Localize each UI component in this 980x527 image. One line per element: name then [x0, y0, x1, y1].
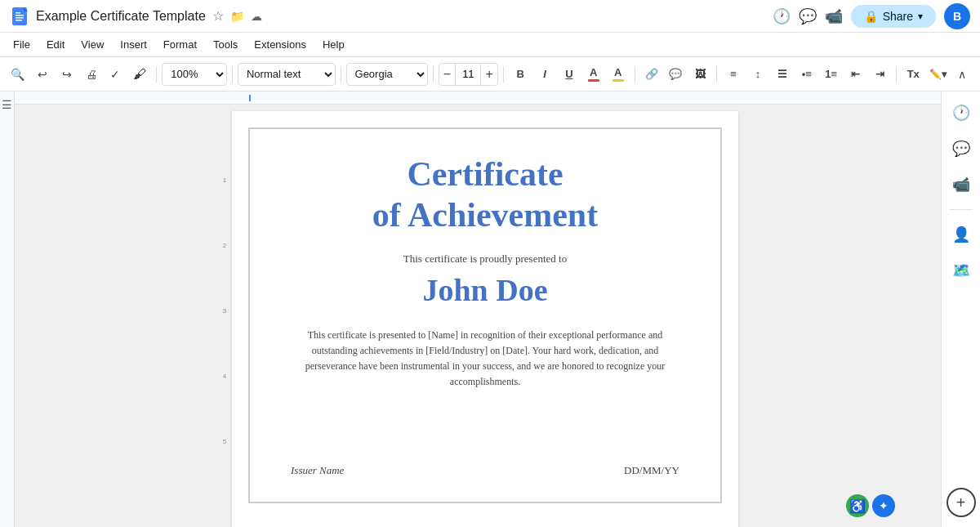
- font-size-group: − +: [439, 63, 499, 86]
- right-panel: 🕐 💬 📹 👤 🗺️ +: [941, 92, 980, 527]
- bold-button[interactable]: B: [509, 63, 532, 86]
- font-size-decrease[interactable]: −: [439, 63, 456, 86]
- history-icon[interactable]: 🕐: [773, 7, 791, 25]
- menu-insert[interactable]: Insert: [114, 37, 154, 52]
- zoom-select[interactable]: 100% 75% 125% 150%: [162, 63, 227, 86]
- avatar[interactable]: B: [944, 3, 970, 29]
- print-button[interactable]: 🖨: [80, 63, 103, 86]
- redo-button[interactable]: ↪: [56, 63, 78, 86]
- menu-edit[interactable]: Edit: [40, 37, 71, 52]
- cert-recipient-name: John Doe: [422, 272, 547, 308]
- collapse-toolbar-button[interactable]: ∧: [951, 63, 973, 86]
- svg-rect-3: [16, 17, 24, 19]
- cert-footer: Issuer Name DD/MM/YY: [283, 464, 688, 477]
- share-button[interactable]: 🔒 Share ▾: [851, 5, 936, 28]
- cloud-icon[interactable]: ☁: [251, 10, 262, 23]
- title-bar-right: 🕐 💬 📹 🔒 Share ▾ B: [773, 3, 970, 29]
- page-with-ruler: 1 2 3 4 5 Certificate of Achievement Thi…: [217, 105, 738, 527]
- ruler-1: 1: [223, 176, 226, 242]
- ruler-2: 2: [223, 242, 226, 307]
- menu-view[interactable]: View: [74, 37, 110, 52]
- editing-mode-button[interactable]: ✏️▾: [926, 63, 949, 86]
- separator-3: [341, 66, 341, 83]
- ordered-list-button[interactable]: 1≡: [820, 63, 843, 86]
- svg-rect-4: [16, 20, 22, 21]
- cert-title-line2: of Achievement: [372, 196, 598, 234]
- menu-bar: File Edit View Insert Format Tools Exten…: [0, 33, 980, 57]
- cert-date-label: DD/MM/YY: [624, 464, 679, 477]
- clear-format-button[interactable]: Tx: [902, 63, 924, 86]
- underline-button[interactable]: U: [558, 63, 581, 86]
- menu-extensions[interactable]: Extensions: [247, 37, 313, 52]
- indent-decrease-button[interactable]: ⇤: [844, 63, 867, 86]
- highlight-button[interactable]: A: [607, 63, 630, 86]
- star-icon[interactable]: ☆: [212, 8, 224, 24]
- cert-issuer-label: Issuer Name: [291, 464, 344, 477]
- right-panel-divider: [950, 209, 973, 210]
- ai-icon[interactable]: ✦: [872, 494, 895, 517]
- font-size-increase[interactable]: +: [481, 63, 497, 86]
- share-label: Share: [883, 10, 913, 23]
- document-page[interactable]: Certificate of Achievement This certific…: [232, 111, 738, 527]
- docs-icon: [10, 7, 29, 26]
- menu-tools[interactable]: Tools: [207, 37, 244, 52]
- cert-title-line1: Certificate: [407, 155, 563, 193]
- share-dropdown-icon: ▾: [918, 11, 923, 22]
- separator-8: [896, 66, 897, 83]
- title-bar: Example Certificate Template ☆ 📁 ☁ 🕐 💬 📹…: [0, 0, 980, 33]
- link-button[interactable]: 🔗: [640, 63, 663, 86]
- meet-icon[interactable]: 📹: [825, 7, 843, 25]
- bullet-list-button[interactable]: •≡: [795, 63, 818, 86]
- page-center: Certificate of Achievement This certific…: [232, 111, 738, 527]
- font-size-input[interactable]: [455, 63, 481, 86]
- spellcheck-button[interactable]: ✓: [105, 63, 127, 86]
- undo-button[interactable]: ↩: [31, 63, 54, 86]
- separator-5: [503, 66, 504, 83]
- ruler-cursor: [249, 95, 251, 101]
- ruler-5: 5: [223, 438, 226, 503]
- folder-icon[interactable]: 📁: [230, 10, 244, 23]
- search-button[interactable]: 🔍: [7, 63, 29, 86]
- svg-rect-1: [16, 12, 20, 14]
- line-spacing-button[interactable]: ↕: [746, 63, 769, 86]
- right-panel-history[interactable]: 🕐: [947, 98, 976, 127]
- indent-increase-button[interactable]: ⇥: [868, 63, 891, 86]
- bottom-right-icons: ♿ ✦: [846, 494, 895, 517]
- menu-file[interactable]: File: [7, 37, 37, 52]
- separator-7: [716, 66, 717, 83]
- font-select[interactable]: Georgia Arial Times New Roman Courier Ne…: [346, 63, 428, 86]
- color-button[interactable]: A: [582, 63, 605, 86]
- right-panel-add[interactable]: +: [947, 488, 976, 517]
- menu-format[interactable]: Format: [157, 37, 203, 52]
- right-panel-maps[interactable]: 🗺️: [947, 256, 976, 285]
- ruler-3: 3: [223, 307, 226, 373]
- paint-format-button[interactable]: 🖌: [128, 63, 151, 86]
- checklist-button[interactable]: ☰: [771, 63, 794, 86]
- menu-help[interactable]: Help: [316, 37, 351, 52]
- separator-2: [232, 66, 233, 83]
- image-button[interactable]: 🖼: [688, 63, 711, 86]
- ruler-marks: [225, 92, 731, 104]
- top-ruler: [15, 92, 941, 105]
- separator-4: [433, 66, 434, 83]
- doc-title[interactable]: Example Certificate Template: [36, 9, 206, 24]
- text-style-select[interactable]: Normal text Heading 1 Heading 2 Heading …: [238, 63, 336, 86]
- color-line: [588, 79, 599, 82]
- align-button[interactable]: ≡: [722, 63, 745, 86]
- outline-icon[interactable]: ☰: [2, 98, 12, 111]
- cert-body-text: This certificate is presented to [Name] …: [283, 328, 688, 391]
- svg-rect-2: [16, 15, 24, 16]
- right-panel-user[interactable]: 👤: [947, 220, 976, 249]
- chat-icon[interactable]: 💬: [799, 7, 817, 25]
- separator-1: [156, 66, 157, 83]
- accessibility-icon[interactable]: ♿: [846, 494, 869, 517]
- document-area[interactable]: 1 2 3 4 5 Certificate of Achievement Thi…: [15, 92, 941, 527]
- right-panel-chat[interactable]: 💬: [947, 134, 976, 163]
- right-panel-meet[interactable]: 📹: [947, 170, 976, 199]
- certificate-title: Certificate of Achievement: [372, 154, 598, 236]
- text-color-indicator: A: [588, 66, 599, 82]
- separator-6: [635, 66, 635, 83]
- highlight-line: [612, 79, 624, 82]
- italic-button[interactable]: I: [533, 63, 556, 86]
- comment-button[interactable]: 💬: [664, 63, 687, 86]
